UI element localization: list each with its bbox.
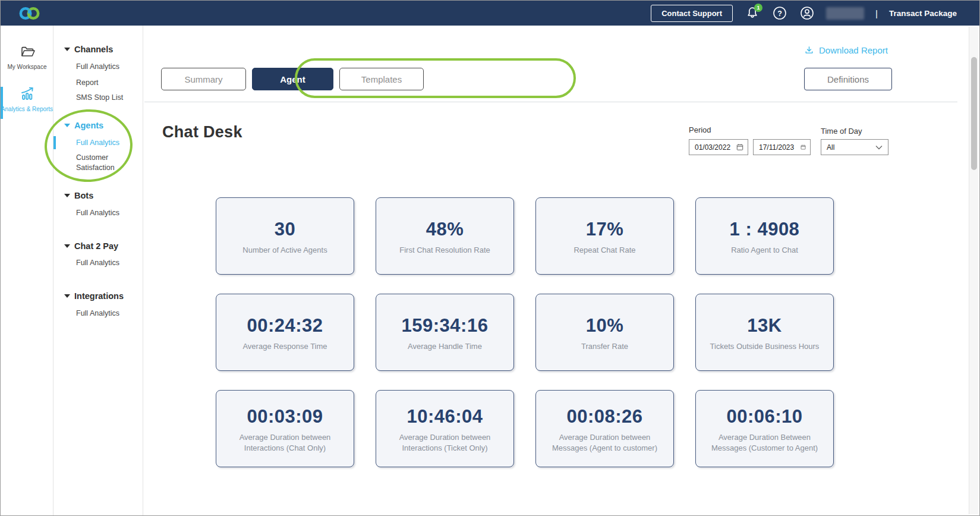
svg-text:?: ? bbox=[777, 10, 782, 18]
scrollbar-thumb[interactable] bbox=[971, 57, 977, 170]
metric-value: 159:34:16 bbox=[402, 316, 489, 335]
sidebar-item-channels-sms-stop-list[interactable]: SMS Stop List bbox=[76, 93, 137, 103]
contact-support-button[interactable]: Contact Support bbox=[651, 5, 733, 22]
metric-label: Average Duration between Interactions (C… bbox=[225, 432, 345, 453]
date-to-input[interactable] bbox=[759, 143, 797, 152]
metric-value: 30 bbox=[275, 220, 295, 238]
header-divider bbox=[144, 102, 957, 102]
sidebar-nav: Channels Full Analytics Report SMS Stop … bbox=[53, 26, 143, 516]
download-report-link[interactable]: Download Report bbox=[804, 45, 888, 55]
metric-value: 10:46:04 bbox=[407, 407, 483, 426]
rail-item-label: My Workspace bbox=[1, 64, 53, 71]
metric-card: 00:24:32 Average Response Time bbox=[216, 294, 354, 371]
section-label: Bots bbox=[74, 191, 93, 200]
metric-value: 00:08:26 bbox=[566, 407, 642, 426]
download-report-label: Download Report bbox=[819, 45, 888, 55]
tab-agent[interactable]: Agent bbox=[252, 68, 333, 90]
analytics-chart-icon bbox=[19, 86, 36, 101]
page-title: Chat Desk bbox=[162, 123, 242, 141]
date-to-field[interactable] bbox=[753, 139, 811, 155]
sidebar-item-agents-full-analytics[interactable]: Full Analytics bbox=[76, 138, 137, 148]
sidebar-item-agents-customer-satisfaction[interactable]: Customer Satisfaction bbox=[76, 153, 137, 173]
sidebar-section-bots[interactable]: Bots bbox=[64, 191, 93, 200]
metric-card: 10:46:04 Average Duration between Intera… bbox=[376, 390, 514, 467]
main-content: Summary Agent Templates Download Report … bbox=[143, 26, 980, 516]
rail-item-label: Analytics & Reports bbox=[1, 106, 53, 114]
sidebar-item-integrations-full-analytics[interactable]: Full Analytics bbox=[76, 309, 137, 319]
notification-badge: 1 bbox=[754, 4, 762, 12]
caret-down-icon bbox=[64, 294, 70, 298]
time-of-day-value: All bbox=[827, 143, 834, 152]
metric-label: Average Duration between Interactions (T… bbox=[385, 432, 505, 453]
section-label: Chat 2 Pay bbox=[74, 241, 118, 251]
metric-label: Average Duration between Messages (Agent… bbox=[544, 432, 665, 453]
metric-card: 00:08:26 Average Duration between Messag… bbox=[535, 390, 674, 467]
rail-item-my-workspace[interactable]: My Workspace bbox=[1, 45, 53, 71]
metric-card: 48% First Chat Resolution Rate bbox=[376, 197, 514, 275]
metric-value: 13K bbox=[747, 316, 782, 335]
metric-value: 48% bbox=[426, 220, 464, 238]
metric-card: 17% Repeat Chat Rate bbox=[535, 197, 674, 275]
sidebar-section-chat-2-pay[interactable]: Chat 2 Pay bbox=[64, 241, 118, 251]
date-from-input[interactable] bbox=[695, 143, 733, 152]
metric-value: 10% bbox=[586, 316, 624, 335]
user-account-icon[interactable] bbox=[799, 5, 815, 21]
topbar-separator: | bbox=[875, 8, 878, 18]
calendar-icon bbox=[801, 143, 806, 151]
metric-cards-grid: 30 Number of Active Agents 48% First Cha… bbox=[216, 197, 834, 467]
metric-card: 159:34:16 Average Handle Time bbox=[376, 294, 514, 371]
sidebar-item-bots-full-analytics[interactable]: Full Analytics bbox=[76, 208, 137, 218]
caret-down-icon bbox=[64, 124, 70, 127]
time-of-day-select[interactable]: All bbox=[821, 139, 888, 155]
notifications-bell-icon[interactable]: 1 bbox=[744, 5, 760, 21]
sidebar-active-indicator bbox=[53, 136, 56, 149]
metric-label: Average Duration Between Messages (Custo… bbox=[704, 432, 825, 453]
caret-down-icon bbox=[64, 48, 70, 51]
metric-card: 30 Number of Active Agents bbox=[216, 197, 354, 275]
sidebar-section-agents[interactable]: Agents bbox=[64, 121, 103, 130]
icon-rail: My Workspace Analytics & Reports bbox=[1, 26, 53, 516]
tab-summary[interactable]: Summary bbox=[161, 68, 246, 90]
metric-card: 00:06:10 Average Duration Between Messag… bbox=[695, 390, 834, 467]
sidebar-section-integrations[interactable]: Integrations bbox=[64, 291, 124, 301]
app-window: Contact Support 1 ? bbox=[0, 0, 980, 516]
metric-value: 1 : 4908 bbox=[730, 220, 800, 238]
metric-label: First Chat Resolution Rate bbox=[399, 245, 490, 256]
metric-label: Transfer Rate bbox=[581, 341, 628, 352]
time-of-day-label: Time of Day bbox=[821, 127, 862, 136]
scrollbar-track[interactable] bbox=[969, 27, 978, 514]
caret-down-icon bbox=[64, 244, 70, 248]
metric-label: Repeat Chat Rate bbox=[573, 245, 635, 256]
sidebar-item-chat2pay-full-analytics[interactable]: Full Analytics bbox=[76, 258, 137, 268]
sidebar-item-channels-report[interactable]: Report bbox=[76, 78, 137, 88]
metric-value: 00:06:10 bbox=[726, 407, 802, 426]
metric-card: 1 : 4908 Ratio Agent to Chat bbox=[695, 197, 834, 275]
redacted-username bbox=[826, 7, 864, 20]
help-icon[interactable]: ? bbox=[771, 5, 787, 21]
brand-logo-icon bbox=[17, 5, 42, 21]
definitions-button[interactable]: Definitions bbox=[804, 68, 892, 90]
download-icon bbox=[804, 45, 814, 55]
top-bar: Contact Support 1 ? bbox=[1, 1, 979, 26]
rail-active-indicator bbox=[1, 87, 3, 119]
sidebar-section-channels[interactable]: Channels bbox=[64, 45, 113, 54]
metric-value: 00:24:32 bbox=[247, 316, 323, 335]
metric-label: Number of Active Agents bbox=[242, 245, 327, 256]
sidebar-item-channels-full-analytics[interactable]: Full Analytics bbox=[76, 62, 137, 72]
rail-item-analytics-reports[interactable]: Analytics & Reports bbox=[1, 86, 53, 114]
metric-card: 00:03:09 Average Duration between Intera… bbox=[216, 390, 354, 467]
package-label: Transact Package bbox=[889, 9, 957, 18]
workspace-folder-icon bbox=[20, 45, 35, 59]
chevron-down-icon bbox=[875, 145, 883, 150]
metric-label: Average Handle Time bbox=[408, 341, 482, 352]
section-label: Integrations bbox=[74, 291, 124, 301]
period-label: Period bbox=[689, 125, 711, 134]
metric-card: 13K Tickets Outside Business Hours bbox=[695, 294, 834, 371]
section-label: Channels bbox=[74, 45, 113, 54]
metric-value: 17% bbox=[586, 220, 624, 238]
date-from-field[interactable] bbox=[689, 139, 748, 155]
metric-label: Tickets Outside Business Hours bbox=[710, 341, 820, 352]
metric-label: Average Response Time bbox=[242, 341, 327, 352]
tab-templates[interactable]: Templates bbox=[339, 68, 424, 90]
metric-value: 00:03:09 bbox=[247, 407, 323, 426]
